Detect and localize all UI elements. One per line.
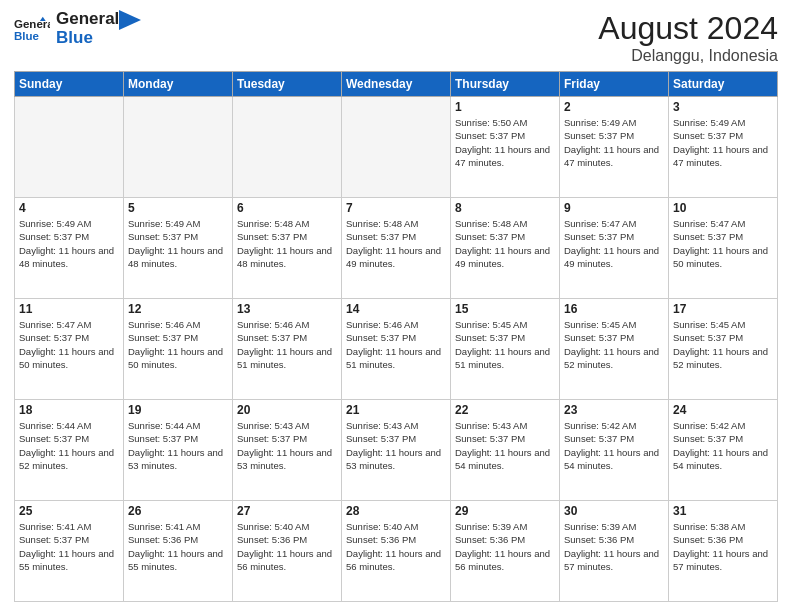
table-row	[15, 97, 124, 198]
day-number: 10	[673, 201, 773, 215]
day-number: 27	[237, 504, 337, 518]
day-number: 5	[128, 201, 228, 215]
logo-general-text: General	[56, 10, 119, 29]
table-row: 18Sunrise: 5:44 AM Sunset: 5:37 PM Dayli…	[15, 400, 124, 501]
day-info: Sunrise: 5:47 AM Sunset: 5:37 PM Dayligh…	[19, 318, 119, 371]
day-number: 8	[455, 201, 555, 215]
page: General Blue General Blue August 2024 De…	[0, 0, 792, 612]
calendar-week-row: 18Sunrise: 5:44 AM Sunset: 5:37 PM Dayli…	[15, 400, 778, 501]
day-info: Sunrise: 5:40 AM Sunset: 5:36 PM Dayligh…	[237, 520, 337, 573]
table-row: 1Sunrise: 5:50 AM Sunset: 5:37 PM Daylig…	[451, 97, 560, 198]
day-number: 22	[455, 403, 555, 417]
logo-icon: General Blue	[14, 15, 50, 43]
day-info: Sunrise: 5:50 AM Sunset: 5:37 PM Dayligh…	[455, 116, 555, 169]
day-info: Sunrise: 5:42 AM Sunset: 5:37 PM Dayligh…	[564, 419, 664, 472]
table-row: 3Sunrise: 5:49 AM Sunset: 5:37 PM Daylig…	[669, 97, 778, 198]
day-number: 4	[19, 201, 119, 215]
day-info: Sunrise: 5:43 AM Sunset: 5:37 PM Dayligh…	[346, 419, 446, 472]
day-info: Sunrise: 5:49 AM Sunset: 5:37 PM Dayligh…	[673, 116, 773, 169]
day-number: 12	[128, 302, 228, 316]
table-row: 14Sunrise: 5:46 AM Sunset: 5:37 PM Dayli…	[342, 299, 451, 400]
table-row: 30Sunrise: 5:39 AM Sunset: 5:36 PM Dayli…	[560, 501, 669, 602]
table-row: 9Sunrise: 5:47 AM Sunset: 5:37 PM Daylig…	[560, 198, 669, 299]
table-row: 6Sunrise: 5:48 AM Sunset: 5:37 PM Daylig…	[233, 198, 342, 299]
col-friday: Friday	[560, 72, 669, 97]
table-row: 31Sunrise: 5:38 AM Sunset: 5:36 PM Dayli…	[669, 501, 778, 602]
table-row: 24Sunrise: 5:42 AM Sunset: 5:37 PM Dayli…	[669, 400, 778, 501]
day-number: 31	[673, 504, 773, 518]
day-number: 30	[564, 504, 664, 518]
day-info: Sunrise: 5:41 AM Sunset: 5:37 PM Dayligh…	[19, 520, 119, 573]
day-number: 24	[673, 403, 773, 417]
table-row: 28Sunrise: 5:40 AM Sunset: 5:36 PM Dayli…	[342, 501, 451, 602]
day-info: Sunrise: 5:39 AM Sunset: 5:36 PM Dayligh…	[564, 520, 664, 573]
day-info: Sunrise: 5:44 AM Sunset: 5:37 PM Dayligh…	[128, 419, 228, 472]
day-number: 2	[564, 100, 664, 114]
table-row: 5Sunrise: 5:49 AM Sunset: 5:37 PM Daylig…	[124, 198, 233, 299]
day-number: 29	[455, 504, 555, 518]
day-number: 21	[346, 403, 446, 417]
day-number: 25	[19, 504, 119, 518]
table-row	[342, 97, 451, 198]
day-number: 14	[346, 302, 446, 316]
svg-text:Blue: Blue	[14, 29, 40, 41]
calendar-week-row: 1Sunrise: 5:50 AM Sunset: 5:37 PM Daylig…	[15, 97, 778, 198]
table-row: 10Sunrise: 5:47 AM Sunset: 5:37 PM Dayli…	[669, 198, 778, 299]
table-row: 12Sunrise: 5:46 AM Sunset: 5:37 PM Dayli…	[124, 299, 233, 400]
day-number: 3	[673, 100, 773, 114]
calendar-header-row: Sunday Monday Tuesday Wednesday Thursday…	[15, 72, 778, 97]
day-number: 26	[128, 504, 228, 518]
calendar-week-row: 4Sunrise: 5:49 AM Sunset: 5:37 PM Daylig…	[15, 198, 778, 299]
table-row: 29Sunrise: 5:39 AM Sunset: 5:36 PM Dayli…	[451, 501, 560, 602]
day-number: 28	[346, 504, 446, 518]
col-monday: Monday	[124, 72, 233, 97]
table-row: 17Sunrise: 5:45 AM Sunset: 5:37 PM Dayli…	[669, 299, 778, 400]
logo: General Blue General Blue	[14, 10, 141, 47]
logo-flag-icon	[119, 10, 141, 38]
day-number: 17	[673, 302, 773, 316]
table-row: 2Sunrise: 5:49 AM Sunset: 5:37 PM Daylig…	[560, 97, 669, 198]
day-number: 19	[128, 403, 228, 417]
col-tuesday: Tuesday	[233, 72, 342, 97]
header: General Blue General Blue August 2024 De…	[14, 10, 778, 65]
table-row: 22Sunrise: 5:43 AM Sunset: 5:37 PM Dayli…	[451, 400, 560, 501]
day-number: 20	[237, 403, 337, 417]
day-info: Sunrise: 5:38 AM Sunset: 5:36 PM Dayligh…	[673, 520, 773, 573]
day-info: Sunrise: 5:45 AM Sunset: 5:37 PM Dayligh…	[564, 318, 664, 371]
day-info: Sunrise: 5:41 AM Sunset: 5:36 PM Dayligh…	[128, 520, 228, 573]
calendar-week-row: 25Sunrise: 5:41 AM Sunset: 5:37 PM Dayli…	[15, 501, 778, 602]
day-number: 1	[455, 100, 555, 114]
table-row: 25Sunrise: 5:41 AM Sunset: 5:37 PM Dayli…	[15, 501, 124, 602]
day-number: 13	[237, 302, 337, 316]
day-info: Sunrise: 5:48 AM Sunset: 5:37 PM Dayligh…	[237, 217, 337, 270]
day-info: Sunrise: 5:47 AM Sunset: 5:37 PM Dayligh…	[673, 217, 773, 270]
day-info: Sunrise: 5:40 AM Sunset: 5:36 PM Dayligh…	[346, 520, 446, 573]
day-info: Sunrise: 5:49 AM Sunset: 5:37 PM Dayligh…	[564, 116, 664, 169]
table-row: 23Sunrise: 5:42 AM Sunset: 5:37 PM Dayli…	[560, 400, 669, 501]
svg-marker-3	[119, 10, 141, 30]
col-wednesday: Wednesday	[342, 72, 451, 97]
day-info: Sunrise: 5:42 AM Sunset: 5:37 PM Dayligh…	[673, 419, 773, 472]
day-number: 16	[564, 302, 664, 316]
location: Delanggu, Indonesia	[598, 47, 778, 65]
table-row: 8Sunrise: 5:48 AM Sunset: 5:37 PM Daylig…	[451, 198, 560, 299]
day-number: 18	[19, 403, 119, 417]
table-row: 13Sunrise: 5:46 AM Sunset: 5:37 PM Dayli…	[233, 299, 342, 400]
day-number: 11	[19, 302, 119, 316]
day-number: 23	[564, 403, 664, 417]
month-year: August 2024	[598, 10, 778, 47]
table-row: 20Sunrise: 5:43 AM Sunset: 5:37 PM Dayli…	[233, 400, 342, 501]
day-number: 9	[564, 201, 664, 215]
title-block: August 2024 Delanggu, Indonesia	[598, 10, 778, 65]
table-row	[124, 97, 233, 198]
day-number: 15	[455, 302, 555, 316]
col-thursday: Thursday	[451, 72, 560, 97]
table-row: 19Sunrise: 5:44 AM Sunset: 5:37 PM Dayli…	[124, 400, 233, 501]
day-info: Sunrise: 5:43 AM Sunset: 5:37 PM Dayligh…	[237, 419, 337, 472]
day-info: Sunrise: 5:46 AM Sunset: 5:37 PM Dayligh…	[346, 318, 446, 371]
table-row: 7Sunrise: 5:48 AM Sunset: 5:37 PM Daylig…	[342, 198, 451, 299]
col-sunday: Sunday	[15, 72, 124, 97]
table-row: 4Sunrise: 5:49 AM Sunset: 5:37 PM Daylig…	[15, 198, 124, 299]
col-saturday: Saturday	[669, 72, 778, 97]
day-info: Sunrise: 5:43 AM Sunset: 5:37 PM Dayligh…	[455, 419, 555, 472]
